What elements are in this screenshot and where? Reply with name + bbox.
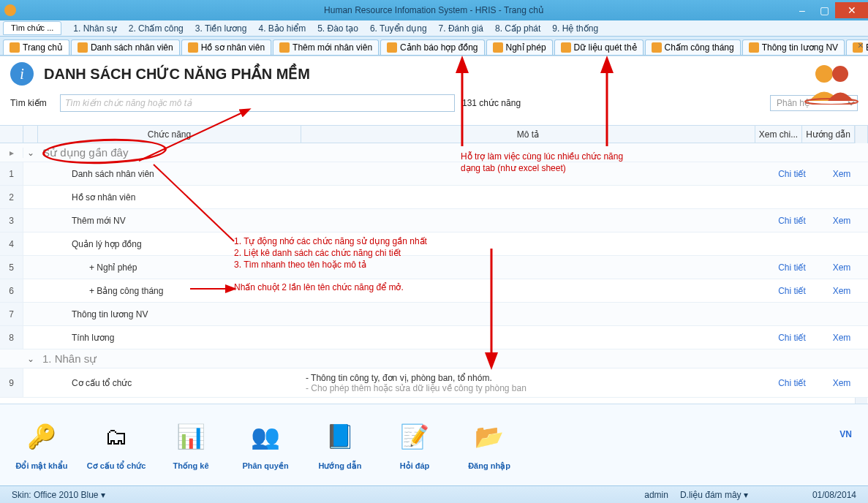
detail-link[interactable]: Chi tiết <box>778 262 806 273</box>
leave-icon <box>493 42 503 53</box>
main-content: i DANH SÁCH CHỨC NĂNG PHẦN MỀM Tìm kiếm … <box>0 56 868 404</box>
table-row[interactable]: 3 Thêm mới NV Chi tiết Xem <box>0 209 868 232</box>
page-heading-row: i DANH SÁCH CHỨC NĂNG PHẦN MỀM <box>0 56 868 91</box>
group-nhan-su[interactable]: ⌄ 1. Nhân sự <box>0 349 868 368</box>
maximize-button[interactable]: ▢ <box>813 2 835 18</box>
menu-cap-phat[interactable]: 8. Cấp phát <box>489 22 546 35</box>
login-icon: 📂 <box>472 419 507 454</box>
org-icon: 🗂 <box>99 419 134 454</box>
menu-cham-cong[interactable]: 2. Chấm công <box>123 22 189 35</box>
header-detail[interactable]: Xem chi... <box>755 126 802 143</box>
menu-tien-luong[interactable]: 3. Tiền lương <box>189 22 253 35</box>
detail-link[interactable]: Chi tiết <box>778 378 806 388</box>
status-cloud-sync[interactable]: D.liệu đám mây ▾ <box>680 490 748 500</box>
info-icon: i <box>10 62 34 86</box>
tool-org-structure[interactable]: 🗂 Cơ cấu tổ chức <box>83 419 149 471</box>
close-button[interactable]: ✕ <box>835 2 868 18</box>
table-row[interactable]: 9 Cơ cấu tổ chức - Thông tin công ty, đơ… <box>0 368 868 398</box>
hr-logo-icon <box>802 61 861 105</box>
salary-icon <box>749 42 759 53</box>
guide-link[interactable]: Xem <box>833 169 851 179</box>
tab-nghi-phep[interactable]: Nghỉ phép <box>486 39 553 55</box>
detail-link[interactable]: Chi tiết <box>778 286 806 296</box>
list-icon <box>78 42 88 53</box>
skin-selector[interactable]: Skin: Office 2010 Blue ▾ <box>12 490 105 500</box>
notes-icon: 📝 <box>397 419 432 454</box>
header-guide[interactable]: Hướng dẫn <box>802 126 855 143</box>
calendar-icon <box>652 42 662 53</box>
tab-canh-bao-hd[interactable]: Cảnh báo hợp đồng <box>380 39 484 55</box>
table-row[interactable]: 7 Thông tin lương NV <box>0 303 868 326</box>
detail-link[interactable]: Chi tiết <box>778 216 806 226</box>
menu-bao-hiem[interactable]: 4. Bảo hiểm <box>252 22 312 35</box>
guide-link[interactable]: Xem <box>833 333 851 343</box>
search-function-tab[interactable]: Tìm chức ... <box>3 21 61 35</box>
tool-guide[interactable]: 📘 Hướng dẫn <box>307 419 373 471</box>
chart-icon: 📊 <box>173 419 208 454</box>
add-icon <box>279 42 290 53</box>
svg-point-1 <box>832 66 848 82</box>
header-function[interactable]: Chức năng <box>38 126 301 143</box>
tab-trang-chu[interactable]: Trang chủ <box>3 39 69 55</box>
menu-nhan-su[interactable]: 1. Nhân sự <box>67 22 122 35</box>
menu-danh-gia[interactable]: 7. Đánh giá <box>433 22 489 35</box>
language-toggle[interactable]: VN <box>839 409 859 439</box>
main-menu-bar: Tìm chức ... 1. Nhân sự 2. Chấm công 3. … <box>0 20 868 37</box>
window-controls: – ▢ ✕ <box>791 2 868 18</box>
tool-permissions[interactable]: 👥 Phân quyền <box>233 419 298 471</box>
table-row[interactable]: 4 Quản lý hợp đồng <box>0 232 868 256</box>
profile-icon <box>188 42 198 53</box>
minimize-button[interactable]: – <box>791 2 813 18</box>
search-input[interactable] <box>60 94 455 112</box>
window-title: Human Resource Infomation System - HRIS … <box>324 5 544 15</box>
tab-cham-cong-thang[interactable]: Chấm công tháng <box>645 39 741 55</box>
guide-link[interactable]: Xem <box>833 286 851 296</box>
status-date: 01/08/2014 <box>812 490 856 500</box>
tool-faq[interactable]: 📝 Hỏi đáp <box>382 419 448 471</box>
group-recent[interactable]: ▸ ⌄ Sử dụng gần đây <box>0 143 868 162</box>
tool-statistics[interactable]: 📊 Thống kê <box>158 419 224 471</box>
bottom-toolbar: 🔑 Đổi mật khẩu 🗂 Cơ cấu tổ chức 📊 Thống … <box>0 404 868 485</box>
table-row[interactable]: 2 Hồ sơ nhân viên <box>0 186 868 209</box>
menu-he-thong[interactable]: 9. Hệ thống <box>546 22 604 35</box>
grid-body: ▸ ⌄ Sử dụng gần đây 1 Danh sách nhân viê… <box>0 143 868 404</box>
header-rownum <box>0 126 23 143</box>
guide-link[interactable]: Xem <box>833 378 851 388</box>
function-grid: Chức năng Mô tả Xem chi... Hướng dẫn ▸ ⌄… <box>0 125 868 404</box>
svg-point-0 <box>815 65 833 83</box>
collapse-icon[interactable]: ⌄ <box>23 354 38 364</box>
home-icon <box>10 42 20 53</box>
guide-link[interactable]: Xem <box>833 216 851 226</box>
tab-ho-so-nv[interactable]: Hồ sơ nhân viên <box>181 39 271 55</box>
table-row[interactable]: 1 Danh sách nhân viên Chi tiết Xem <box>0 162 868 186</box>
tab-du-lieu-quet-the[interactable]: Dữ liệu quét thẻ <box>554 39 644 55</box>
function-count: 131 chức năng <box>462 98 521 108</box>
guide-link[interactable]: Xem <box>833 262 851 273</box>
detail-link[interactable]: Chi tiết <box>778 169 806 179</box>
tab-thong-tin-luong[interactable]: Thông tin lương NV <box>742 39 845 55</box>
menu-dao-tao[interactable]: 5. Đào tạo <box>312 22 364 35</box>
table-row[interactable]: 6 + Bảng công tháng Chi tiết Xem <box>0 279 868 303</box>
tool-change-password[interactable]: 🔑 Đổi mật khẩu <box>9 419 75 471</box>
alert-icon <box>387 42 397 53</box>
page-title: DANH SÁCH CHỨC NĂNG PHẦN MỀM <box>44 65 310 83</box>
search-label: Tìm kiếm <box>10 98 60 108</box>
tab-danh-sach-nv[interactable]: Danh sách nhân viên <box>71 39 180 55</box>
detail-link[interactable]: Chi tiết <box>778 333 806 343</box>
header-expand <box>23 126 38 143</box>
collapse-icon[interactable]: ⌄ <box>23 148 38 158</box>
book-icon: 📘 <box>322 419 358 454</box>
tab-close-icon[interactable]: × <box>858 39 864 51</box>
status-bar: Skin: Office 2010 Blue ▾ admin D.liệu đá… <box>0 485 868 503</box>
header-description[interactable]: Mô tả <box>301 126 755 143</box>
menu-tuyen-dung[interactable]: 6. Tuyển dụng <box>364 22 433 35</box>
status-user: admin <box>644 490 668 500</box>
tab-them-moi-nv[interactable]: Thêm mới nhân viên <box>273 39 379 55</box>
tool-login[interactable]: 📂 Đăng nhập <box>456 419 522 471</box>
search-row: Tìm kiếm 131 chức năng Phân hệ <box>0 91 868 119</box>
title-bar: Human Resource Infomation System - HRIS … <box>0 0 868 20</box>
table-row[interactable]: 8 Tính lương Chi tiết Xem <box>0 326 868 349</box>
table-row[interactable]: 5 + Nghỉ phép Chi tiết Xem <box>0 256 868 279</box>
key-icon: 🔑 <box>24 419 59 454</box>
users-icon: 👥 <box>248 419 283 454</box>
